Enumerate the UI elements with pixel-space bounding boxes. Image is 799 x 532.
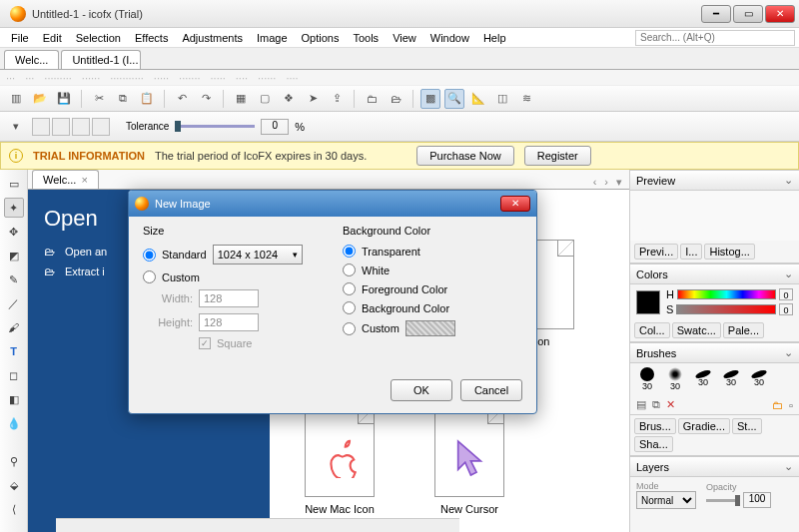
menu-image[interactable]: Image	[250, 30, 295, 46]
width-input[interactable]	[199, 289, 259, 307]
nav-next-icon[interactable]: ›	[601, 176, 611, 189]
sel-mode-2[interactable]	[52, 118, 70, 136]
export-icon[interactable]: ⇪	[327, 89, 347, 109]
height-input[interactable]	[199, 313, 259, 331]
ok-button[interactable]: OK	[391, 379, 452, 401]
cursor-icon[interactable]: ➤	[303, 89, 323, 109]
brush-3[interactable]: 30	[692, 367, 714, 391]
colors-panel-head[interactable]: Colors⌄	[630, 264, 799, 284]
menu-edit[interactable]: Edit	[36, 30, 69, 46]
chevron-down-icon[interactable]: ▾	[6, 117, 26, 137]
new-cursor-item[interactable]: New Cursor	[419, 407, 519, 515]
standard-radio[interactable]	[143, 249, 156, 262]
bgcolor-radio[interactable]	[343, 301, 356, 314]
chevron-down-icon[interactable]: ⌄	[784, 174, 793, 187]
chevron-down-icon[interactable]: ⌄	[784, 346, 793, 359]
menu-help[interactable]: Help	[476, 30, 513, 46]
text-tool-icon[interactable]: T	[4, 341, 24, 361]
doctab-untitled[interactable]: Untitled-1 (I...×	[61, 50, 141, 69]
tab-brushes[interactable]: Brus...	[634, 418, 676, 434]
square-checkbox[interactable]: ✓	[199, 337, 211, 349]
new-mac-icon-item[interactable]: New Mac Icon	[290, 407, 390, 515]
tab-preview[interactable]: Previ...	[634, 244, 678, 260]
menu-effects[interactable]: Effects	[128, 30, 175, 46]
minimize-button[interactable]: ━	[701, 5, 731, 23]
tab-colors[interactable]: Col...	[634, 322, 670, 338]
custombg-radio[interactable]	[343, 322, 356, 335]
dialog-close-button[interactable]: ✕	[500, 196, 530, 212]
search-input[interactable]	[635, 30, 795, 46]
blend-mode-select[interactable]: Normal	[636, 491, 696, 509]
open-icon[interactable]: 📂	[30, 89, 50, 109]
white-radio[interactable]	[343, 264, 356, 276]
layers-icon[interactable]: ≋	[516, 89, 536, 109]
brush-2[interactable]: 30	[664, 367, 686, 391]
menu-file[interactable]: File	[4, 30, 36, 46]
menu-window[interactable]: Window	[423, 30, 476, 46]
chevron-down-icon[interactable]: ⌄	[784, 460, 793, 473]
more-tool-icon[interactable]: ⟨	[4, 499, 24, 519]
paste-icon[interactable]: 📋	[137, 89, 157, 109]
undo-icon[interactable]: ↶	[172, 89, 192, 109]
save-icon[interactable]: 💾	[54, 89, 74, 109]
delete-brush-icon[interactable]: ✕	[666, 398, 675, 411]
sel-mode-4[interactable]	[92, 118, 110, 136]
line-tool-icon[interactable]: ／	[4, 293, 24, 313]
menu-tools[interactable]: Tools	[346, 30, 386, 46]
sel-mode-3[interactable]	[72, 118, 90, 136]
menu-selection[interactable]: Selection	[69, 30, 128, 46]
custom-color-swatch[interactable]	[405, 320, 455, 336]
maximize-button[interactable]: ▭	[733, 5, 763, 23]
zoom-icon[interactable]: 🔍	[444, 89, 464, 109]
copy-icon[interactable]: ⧉	[113, 89, 133, 109]
register-button[interactable]: Register	[524, 146, 591, 166]
new-icon[interactable]: ▥	[6, 89, 26, 109]
size-select[interactable]: 1024 x 1024	[213, 245, 303, 265]
tab-styles[interactable]: St...	[732, 418, 762, 434]
brush-1[interactable]: 30	[636, 367, 658, 391]
horizontal-scrollbar[interactable]	[56, 518, 459, 532]
tab-histogram[interactable]: Histog...	[704, 244, 754, 260]
close-button[interactable]: ✕	[765, 5, 795, 23]
frame-icon[interactable]: ▢	[255, 89, 275, 109]
tab-swatches[interactable]: Swatc...	[672, 322, 721, 338]
bucket-tool-icon[interactable]: ⬙	[4, 475, 24, 495]
opacity-value[interactable]: 100	[743, 492, 771, 508]
redo-icon[interactable]: ↷	[196, 89, 216, 109]
save-brush-icon[interactable]: ▫	[789, 399, 793, 411]
pencil-tool-icon[interactable]: ✎	[4, 269, 24, 289]
nav-prev-icon[interactable]: ‹	[590, 176, 600, 189]
move-tool-icon[interactable]: ✥	[4, 222, 24, 242]
new-brush-icon[interactable]: ▤	[636, 398, 646, 411]
image-icon[interactable]: ▦	[231, 89, 251, 109]
fg-radio[interactable]	[343, 282, 356, 295]
purchase-button[interactable]: Purchase Now	[416, 146, 514, 166]
folder-brush-icon[interactable]: 🗀	[772, 399, 783, 411]
folder2-icon[interactable]: 🗁	[386, 89, 405, 109]
color-swatch[interactable]	[636, 290, 660, 314]
wand-tool-icon[interactable]: ✦	[4, 198, 24, 218]
marquee-tool-icon[interactable]: ▭	[4, 174, 24, 194]
brush-4[interactable]: 30	[720, 367, 742, 391]
brush-tool-icon[interactable]: 🖌	[4, 317, 24, 337]
crop-icon[interactable]: ◫	[492, 89, 512, 109]
tolerance-slider[interactable]	[175, 125, 255, 128]
folder-icon[interactable]: 🗀	[362, 89, 382, 109]
cancel-button[interactable]: Cancel	[460, 379, 522, 401]
doctab-welcome[interactable]: Welc...	[4, 50, 59, 69]
chevron-down-icon[interactable]: ⌄	[784, 267, 793, 280]
hue-slider[interactable]	[677, 289, 776, 299]
tolerance-value[interactable]: 0	[261, 119, 289, 135]
tab-palette[interactable]: Pale...	[723, 322, 764, 338]
ruler-icon[interactable]: 📐	[468, 89, 488, 109]
canvas-tab-close-icon[interactable]: ×	[81, 174, 87, 186]
preview-panel-head[interactable]: Preview⌄	[630, 170, 799, 191]
opacity-slider[interactable]	[706, 499, 740, 502]
copy-brush-icon[interactable]: ⧉	[652, 398, 660, 411]
canvas-tab-welcome[interactable]: Welc...×	[32, 170, 99, 189]
tab-info[interactable]: I...	[680, 244, 702, 260]
transparent-radio[interactable]	[343, 245, 356, 258]
apple-icon[interactable]: ❖	[279, 89, 299, 109]
cut-icon[interactable]: ✂	[89, 89, 109, 109]
menu-view[interactable]: View	[386, 30, 423, 46]
